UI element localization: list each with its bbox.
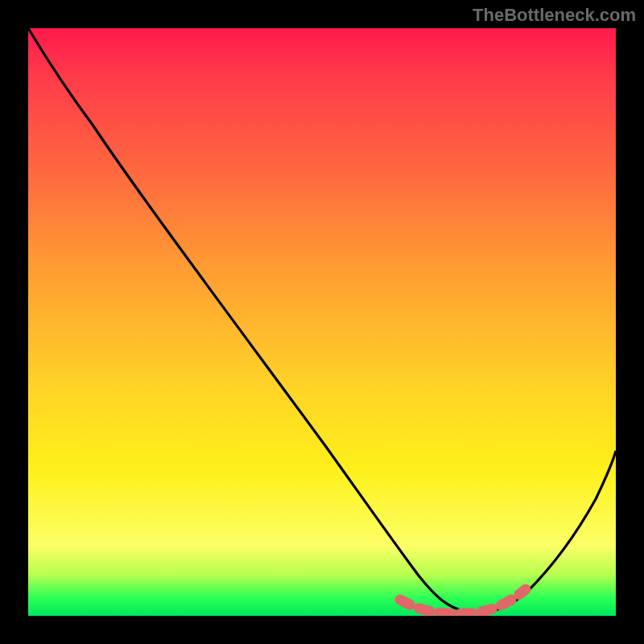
bottleneck-curve [28, 28, 616, 613]
curve-layer [28, 28, 616, 616]
plot-area [28, 28, 616, 616]
watermark-text: TheBottleneck.com [473, 5, 636, 26]
chart-frame: TheBottleneck.com [0, 0, 644, 644]
highlight-dashes [400, 589, 526, 613]
